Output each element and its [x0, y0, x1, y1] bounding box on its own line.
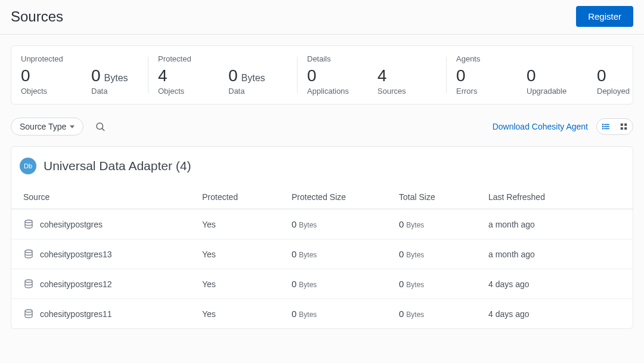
group-title: Universal Data Adapter (4): [44, 159, 191, 173]
download-agent-link[interactable]: Download Cohesity Agent: [493, 122, 588, 131]
stat-sub: Upgradable: [527, 87, 568, 96]
table-row[interactable]: cohesitypostgres11 Yes 0Bytes 0Bytes 4 d…: [11, 299, 633, 328]
details-applications-value: 0: [307, 67, 317, 84]
view-toggle: [596, 118, 633, 135]
source-name: cohesitypostgres: [40, 220, 103, 229]
stats-label: Agents: [456, 54, 639, 63]
source-type-filter-label: Source Type: [20, 122, 66, 131]
stat-sub: Sources: [377, 87, 419, 96]
protected-data-unit: Bytes: [242, 73, 265, 84]
stats-label: Protected: [158, 54, 288, 63]
cell-protected: Yes: [202, 309, 292, 319]
svg-point-13: [25, 250, 32, 253]
search-button[interactable]: [92, 118, 109, 135]
stats-panel: Unprotected 0 Objects 0 Bytes Data Prote…: [11, 45, 633, 104]
cell-refreshed: a month ago: [488, 250, 621, 259]
group-badge: Db: [20, 158, 36, 174]
filter-bar: Source Type Download Cohesity Agent: [0, 118, 644, 146]
database-icon: [23, 279, 34, 290]
database-icon: [23, 249, 34, 260]
source-name: cohesitypostgres13: [40, 250, 112, 259]
svg-rect-9: [624, 124, 627, 126]
svg-point-12: [25, 220, 32, 223]
register-button[interactable]: Register: [576, 6, 633, 27]
source-name: cohesitypostgres11: [40, 309, 112, 319]
svg-line-1: [103, 129, 105, 131]
stats-agents: Agents 0 Errors 0 Upgradable 0 Deployed: [447, 54, 644, 96]
cell-protected-size: 0Bytes: [292, 249, 399, 259]
table-row[interactable]: cohesitypostgres Yes 0Bytes 0Bytes a mon…: [11, 209, 633, 239]
th-protected: Protected: [202, 192, 292, 202]
stat-sub: Applications: [307, 87, 349, 96]
stats-details: Details 0 Applications 4 Sources: [298, 54, 447, 96]
stat-sub: Objects: [21, 87, 63, 96]
cell-protected-size: 0Bytes: [292, 309, 399, 319]
cell-protected: Yes: [202, 279, 292, 289]
database-icon: [23, 219, 34, 230]
th-last-refreshed: Last Refreshed: [488, 192, 621, 202]
stat-sub: Deployed: [597, 87, 639, 96]
svg-point-5: [602, 124, 603, 125]
protected-data-value: 0: [228, 67, 238, 84]
page-header: Sources Register: [0, 0, 644, 35]
stats-label: Details: [307, 54, 437, 63]
unprotected-objects-value: 0: [21, 67, 30, 84]
sources-card: Db Universal Data Adapter (4) Source Pro…: [11, 146, 633, 329]
search-icon: [95, 121, 106, 132]
cell-refreshed: 4 days ago: [488, 279, 621, 289]
svg-point-6: [602, 127, 603, 127]
table-row[interactable]: cohesitypostgres13 Yes 0Bytes 0Bytes a m…: [11, 239, 633, 269]
agents-upgradable-value: 0: [527, 67, 536, 84]
chevron-down-icon: [70, 125, 75, 128]
stats-protected: Protected 4 Objects 0 Bytes Data: [148, 54, 298, 96]
stat-sub: Objects: [158, 87, 200, 96]
cell-protected: Yes: [202, 250, 292, 259]
list-view-button[interactable]: [597, 119, 615, 134]
cell-total-size: 0Bytes: [399, 279, 488, 289]
protected-objects-value: 4: [158, 67, 168, 84]
stats-unprotected: Unprotected 0 Objects 0 Bytes Data: [11, 54, 148, 96]
page-title: Sources: [11, 8, 63, 25]
svg-rect-11: [624, 128, 627, 130]
stat-sub: Data: [91, 87, 133, 96]
database-icon: [23, 309, 34, 319]
cell-refreshed: a month ago: [488, 220, 621, 229]
table-row[interactable]: cohesitypostgres12 Yes 0Bytes 0Bytes 4 d…: [11, 269, 633, 299]
svg-point-14: [25, 279, 32, 282]
cell-protected: Yes: [202, 220, 292, 229]
source-name: cohesitypostgres12: [40, 279, 112, 289]
grid-view-button[interactable]: [615, 119, 633, 134]
th-total-size: Total Size: [399, 192, 488, 202]
cell-total-size: 0Bytes: [399, 249, 488, 259]
svg-rect-10: [621, 128, 623, 130]
th-source: Source: [23, 192, 202, 202]
details-sources-value: 4: [377, 67, 387, 84]
unprotected-data-unit: Bytes: [104, 73, 128, 84]
cell-protected-size: 0Bytes: [292, 219, 399, 229]
agents-deployed-value: 0: [597, 67, 606, 84]
cell-total-size: 0Bytes: [399, 219, 488, 229]
cell-refreshed: 4 days ago: [488, 309, 621, 319]
svg-point-7: [602, 128, 603, 129]
table-header: Source Protected Protected Size Total Si…: [11, 185, 633, 209]
stats-label: Unprotected: [21, 54, 139, 63]
stat-sub: Errors: [456, 87, 498, 96]
svg-rect-8: [621, 124, 623, 126]
stat-sub: Data: [228, 87, 270, 96]
grid-icon: [620, 122, 628, 131]
agents-errors-value: 0: [456, 67, 466, 84]
source-type-filter[interactable]: Source Type: [11, 118, 83, 136]
list-icon: [602, 122, 610, 131]
cell-protected-size: 0Bytes: [292, 279, 399, 289]
unprotected-data-value: 0: [91, 67, 101, 84]
group-header: Db Universal Data Adapter (4): [11, 147, 633, 185]
svg-point-15: [25, 309, 32, 312]
cell-total-size: 0Bytes: [399, 309, 488, 319]
th-protected-size: Protected Size: [292, 192, 399, 202]
